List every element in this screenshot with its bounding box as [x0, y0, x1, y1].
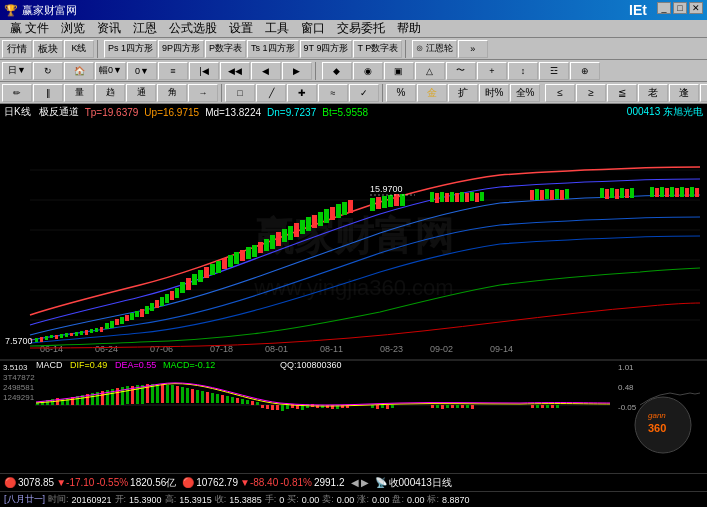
btn-fan[interactable]: ☲ [539, 62, 569, 80]
svg-rect-113 [665, 188, 669, 197]
svg-rect-114 [670, 187, 674, 197]
btn-nav-prev-prev[interactable]: 日▼ [2, 62, 32, 80]
btn-arrows[interactable]: ↕ [508, 62, 538, 80]
btn-draw-angle[interactable]: 角 [157, 84, 187, 102]
svg-rect-195 [371, 405, 374, 408]
btn-draw-vol[interactable]: 量 [64, 84, 94, 102]
svg-rect-101 [560, 190, 564, 200]
btn-nav-home[interactable]: 🏠 [64, 62, 94, 80]
svg-rect-31 [90, 329, 93, 333]
btn-pct[interactable]: % [386, 84, 416, 102]
menu-tools[interactable]: 工具 [259, 20, 295, 38]
svg-rect-65 [276, 232, 281, 246]
btn-sectors[interactable]: 板块 [33, 40, 63, 58]
btn-pn[interactable]: P数字表 [205, 40, 246, 58]
menu-trade[interactable]: 交易委托 [331, 20, 391, 38]
btn-check[interactable]: ✓ [349, 84, 379, 102]
btn-tri[interactable]: △ [415, 62, 445, 80]
svg-rect-158 [166, 385, 169, 403]
btn-ps9p[interactable]: 9P四方形 [158, 40, 204, 58]
title-bar-controls: IEt _ □ ✕ [629, 2, 703, 18]
btn-expand2[interactable]: 扩 [448, 84, 478, 102]
btn-draw-hv[interactable]: ‖ [33, 84, 63, 102]
btn-amplitude[interactable]: 幅0▼ [95, 62, 126, 80]
svg-rect-198 [386, 405, 389, 409]
menu-formula[interactable]: 公式选股 [163, 20, 223, 38]
btn-expand[interactable]: » [458, 40, 488, 58]
close-button[interactable]: ✕ [689, 2, 703, 14]
btn-nav-refresh[interactable]: ↻ [33, 62, 63, 80]
btn-pen[interactable]: ╱ [256, 84, 286, 102]
btn-spiral[interactable]: ⊕ [570, 62, 600, 80]
btn-flag[interactable]: ≡ [158, 62, 188, 80]
btn-box[interactable]: □ [225, 84, 255, 102]
menu-jiangen[interactable]: 江恩 [127, 20, 163, 38]
btn-full-pct[interactable]: 全% [510, 84, 540, 102]
std-value: 8.8870 [442, 495, 470, 505]
svg-rect-26 [65, 333, 68, 337]
btn-jiangen-wheel[interactable]: ⊙ 江恩轮 [412, 40, 457, 58]
menu-file[interactable]: 赢 文件 [4, 20, 55, 38]
svg-rect-81 [388, 195, 393, 207]
scroll-right[interactable]: ▶ [361, 477, 369, 488]
btn-quotes[interactable]: 行情 [2, 40, 32, 58]
svg-rect-164 [196, 390, 199, 403]
btn-time-pct[interactable]: 时% [479, 84, 509, 102]
chart-md: Md=13.8224 [205, 107, 261, 118]
chart-area[interactable]: 赢家财富网 www.yingjia360.com 06-14 06-24 07-… [0, 120, 707, 473]
menu-settings[interactable]: 设置 [223, 20, 259, 38]
open-value: 15.3900 [129, 495, 162, 505]
btn-diamond[interactable]: ◆ [322, 62, 352, 80]
svg-rect-86 [440, 192, 444, 202]
btn-gold[interactable]: 金 [417, 84, 447, 102]
svg-text:DEA=0.55: DEA=0.55 [115, 360, 156, 370]
btn-jg4[interactable]: 老 [638, 84, 668, 102]
maximize-button[interactable]: □ [673, 2, 687, 14]
chart-channel: 极反通道 [39, 105, 79, 119]
svg-rect-165 [201, 391, 204, 403]
svg-rect-178 [266, 405, 269, 409]
btn-wave2[interactable]: ≈ [318, 84, 348, 102]
btn-nav3[interactable]: ◀ [251, 62, 281, 80]
svg-rect-38 [125, 315, 129, 321]
minimize-button[interactable]: _ [657, 2, 671, 14]
btn-square[interactable]: ▣ [384, 62, 414, 80]
btn-ps1[interactable]: Ps 1四方形 [104, 40, 157, 58]
svg-rect-111 [655, 188, 659, 197]
svg-rect-37 [120, 317, 124, 324]
btn-nav4[interactable]: ▶ [282, 62, 312, 80]
btn-t[interactable]: T P数字表 [353, 40, 402, 58]
btn-kline[interactable]: K线 [64, 40, 94, 58]
btn-jg6[interactable]: 鑫 [700, 84, 707, 102]
btn-wave[interactable]: 〜 [446, 62, 476, 80]
btn-cross[interactable]: ✚ [287, 84, 317, 102]
btn-jg5[interactable]: 逢 [669, 84, 699, 102]
btn-ts1[interactable]: Ts 1四方形 [247, 40, 299, 58]
std-label: 标: [427, 493, 439, 506]
btn-nav1[interactable]: |◀ [189, 62, 219, 80]
menu-window[interactable]: 窗口 [295, 20, 331, 38]
svg-rect-175 [251, 401, 254, 405]
btn-9t[interactable]: 9T 9四方形 [300, 40, 353, 58]
menu-help[interactable]: 帮助 [391, 20, 427, 38]
svg-rect-52 [198, 270, 203, 282]
svg-rect-46 [165, 294, 169, 303]
btn-jg2[interactable]: ≥ [576, 84, 606, 102]
btn-circle[interactable]: ◉ [353, 62, 383, 80]
btn-draw1[interactable]: ✏ [2, 84, 32, 102]
btn-plus[interactable]: + [477, 62, 507, 80]
btn-arrow-right[interactable]: → [188, 84, 218, 102]
btn-draw-trend[interactable]: 趋 [95, 84, 125, 102]
svg-text:←: ← [28, 335, 36, 344]
btn-jg1[interactable]: ≤ [545, 84, 575, 102]
btn-draw-chan[interactable]: 通 [126, 84, 156, 102]
scroll-left[interactable]: ◀ [351, 477, 359, 488]
svg-rect-61 [252, 245, 257, 257]
svg-rect-163 [191, 389, 194, 403]
menu-browse[interactable]: 浏览 [55, 20, 91, 38]
menu-info[interactable]: 资讯 [91, 20, 127, 38]
buy-label: 买: [287, 493, 299, 506]
btn-jg3[interactable]: ≦ [607, 84, 637, 102]
btn-nav2[interactable]: ◀◀ [220, 62, 250, 80]
btn-period[interactable]: 0▼ [127, 62, 157, 80]
